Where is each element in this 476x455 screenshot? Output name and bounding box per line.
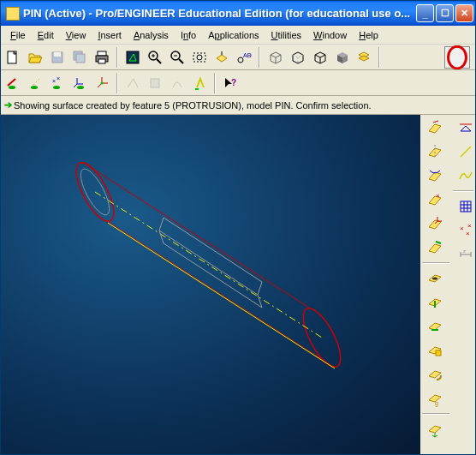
- svg-text:ABC: ABC: [243, 52, 252, 58]
- wireframe-button[interactable]: [265, 47, 285, 68]
- svg-rect-8: [127, 51, 139, 63]
- sel-filter-2-button[interactable]: [145, 73, 165, 93]
- svg-point-28: [77, 86, 84, 89]
- menu-window[interactable]: Window: [307, 28, 353, 42]
- measure-button[interactable]: z: [453, 243, 476, 266]
- svg-rect-42: [436, 350, 441, 356]
- titlebar: PIN (Active) - Pro/ENGINEER Educational …: [1, 1, 475, 26]
- highlight-button[interactable]: [189, 73, 210, 93]
- svg-rect-45: [461, 201, 471, 212]
- zoom-out-button[interactable]: [167, 47, 187, 68]
- datum-plane-disp-button[interactable]: [3, 73, 23, 93]
- menu-applications[interactable]: Applications: [202, 28, 265, 42]
- menu-insert[interactable]: Insert: [92, 28, 128, 42]
- svg-line-36: [108, 223, 335, 368]
- datum-csys-button[interactable]: [422, 213, 448, 235]
- print-button[interactable]: [92, 47, 112, 68]
- draft-button[interactable]: [422, 339, 448, 362]
- svg-text:×: ×: [436, 192, 440, 200]
- round-button[interactable]: [422, 363, 448, 386]
- hidden-line-button[interactable]: [287, 47, 307, 68]
- svg-text:g: g: [435, 400, 438, 407]
- svg-line-44: [461, 147, 471, 157]
- hole-button[interactable]: [422, 267, 448, 290]
- save-copy-button[interactable]: [69, 47, 90, 68]
- menu-view[interactable]: View: [60, 28, 92, 42]
- svg-text:×: ×: [466, 230, 470, 237]
- layers-button[interactable]: [354, 47, 374, 68]
- datum-curve-button[interactable]: [422, 165, 448, 187]
- menu-analysis[interactable]: Analysis: [128, 28, 175, 42]
- shell-button[interactable]: [422, 291, 448, 314]
- snap-button[interactable]: ×××: [453, 219, 476, 242]
- message-bar: ➔ Showing surface created by feature 5 (…: [1, 96, 475, 115]
- svg-point-41: [432, 278, 437, 280]
- svg-point-24: [31, 86, 38, 89]
- datum-axis-disp-button[interactable]: [25, 73, 45, 93]
- menu-utilities[interactable]: Utilities: [265, 28, 307, 42]
- zoom-in-button[interactable]: [145, 47, 165, 68]
- line-button[interactable]: [453, 141, 476, 163]
- svg-point-22: [9, 86, 15, 89]
- spline-button[interactable]: [453, 165, 476, 187]
- svg-rect-7: [98, 59, 105, 63]
- sketch-button[interactable]: [422, 236, 448, 259]
- menu-info[interactable]: Info: [175, 28, 202, 42]
- menu-help[interactable]: Help: [353, 28, 384, 42]
- svg-text:×: ×: [52, 78, 56, 84]
- line-style-button[interactable]: [453, 117, 476, 139]
- new-button[interactable]: [3, 47, 23, 68]
- orient-button[interactable]: [211, 47, 232, 68]
- viewport-3d[interactable]: [1, 115, 420, 454]
- message-text: Showing surface created by feature 5 (PR…: [14, 100, 372, 111]
- svg-rect-2: [54, 52, 61, 57]
- datum-plane-button[interactable]: [422, 117, 448, 139]
- rib-button[interactable]: [422, 315, 448, 338]
- message-arrow-icon: ➔: [4, 99, 12, 111]
- menu-edit[interactable]: Edit: [32, 28, 60, 42]
- svg-point-17: [197, 55, 202, 60]
- menubar: File Edit View Insert Analysis Info Appl…: [1, 26, 475, 45]
- csys-disp-button[interactable]: [69, 73, 90, 93]
- close-button[interactable]: ✕: [455, 4, 473, 22]
- toolbar-datum: ×× ?: [1, 70, 475, 96]
- svg-text:×: ×: [57, 75, 60, 81]
- datum-axis-button[interactable]: [422, 141, 448, 163]
- menu-file[interactable]: File: [4, 28, 32, 42]
- refit-button[interactable]: [189, 47, 210, 68]
- minimize-button[interactable]: _: [416, 4, 434, 22]
- whats-this-button[interactable]: ?: [220, 73, 241, 93]
- view-toolbar: ××× z: [451, 115, 475, 454]
- sel-filter-1-button[interactable]: [122, 73, 143, 93]
- repaint-button[interactable]: [122, 47, 143, 68]
- svg-line-10: [157, 59, 161, 63]
- model-pin: [1, 115, 420, 454]
- save-button[interactable]: [47, 47, 68, 68]
- svg-rect-4: [76, 54, 85, 63]
- datum-point-button[interactable]: ×: [422, 189, 448, 211]
- svg-point-27: [53, 86, 60, 89]
- sel-filter-3-button[interactable]: [167, 73, 187, 93]
- workspace: × g ××× z: [1, 115, 475, 454]
- shaded-button[interactable]: [331, 47, 352, 68]
- svg-line-35: [108, 222, 335, 368]
- datum-point-disp-button[interactable]: ××: [47, 73, 68, 93]
- svg-line-14: [179, 59, 183, 63]
- open-button[interactable]: [25, 47, 45, 68]
- extrude-button[interactable]: [422, 418, 448, 440]
- svg-rect-5: [98, 51, 106, 56]
- svg-line-34: [82, 162, 309, 308]
- svg-rect-30: [151, 79, 159, 87]
- help-ptc-button[interactable]: [444, 46, 470, 69]
- maximize-button[interactable]: ☐: [436, 4, 454, 22]
- window-title: PIN (Active) - Pro/ENGINEER Educational …: [23, 7, 416, 20]
- svg-text:z: z: [463, 248, 466, 254]
- text-display-button[interactable]: ABC: [234, 47, 254, 68]
- no-hidden-button[interactable]: [309, 47, 330, 68]
- grid-button[interactable]: [453, 195, 476, 218]
- chamfer-button[interactable]: g: [422, 387, 448, 410]
- spin-center-button[interactable]: [92, 73, 112, 93]
- svg-line-37: [95, 192, 322, 338]
- svg-text:?: ?: [231, 78, 236, 87]
- svg-point-29: [101, 81, 104, 84]
